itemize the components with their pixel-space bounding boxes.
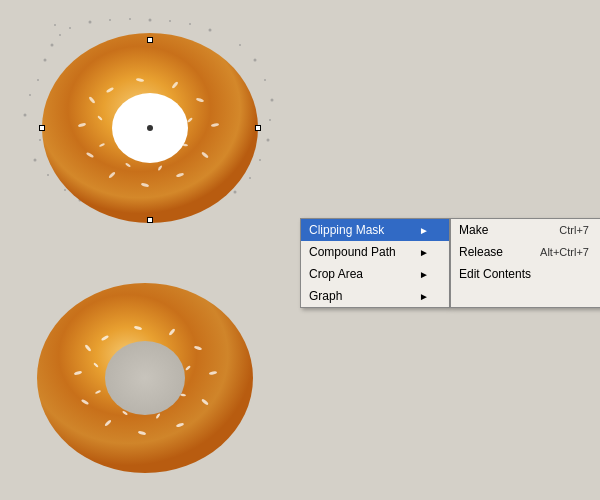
submenu-arrow-graph: ► — [419, 291, 429, 302]
submenu-arrow-compound: ► — [419, 247, 429, 258]
menu-item-edit-contents[interactable]: Edit Contents — [451, 263, 600, 285]
handle-right-center — [255, 125, 261, 131]
svg-point-15 — [271, 99, 274, 102]
menu-item-clipping-mask[interactable]: Clipping Mask ► — [301, 219, 449, 241]
submenu-arrow-clipping: ► — [419, 225, 429, 236]
handle-bottom-center — [147, 217, 153, 223]
handle-left-center — [39, 125, 45, 131]
donut-bottom — [30, 270, 250, 490]
context-menu-primary: Clipping Mask ► Compound Path ► Crop Are… — [300, 218, 450, 308]
canvas-area: Clipping Mask ► Compound Path ► Crop Are… — [0, 0, 600, 500]
menu-item-make[interactable]: Make Ctrl+7 — [451, 219, 600, 241]
submenu-arrow-crop: ► — [419, 269, 429, 280]
donut-top-svg — [30, 20, 270, 240]
menu-item-compound-path[interactable]: Compound Path ► — [301, 241, 449, 263]
svg-point-5 — [24, 114, 27, 117]
donut-top — [30, 20, 230, 220]
svg-point-59 — [147, 125, 153, 131]
donut-bottom-svg — [30, 270, 260, 485]
menu-item-crop-area[interactable]: Crop Area ► — [301, 263, 449, 285]
menu-item-release[interactable]: Release Alt+Ctrl+7 — [451, 241, 600, 263]
context-menu: Clipping Mask ► Compound Path ► Crop Are… — [300, 218, 600, 308]
context-menu-secondary: Make Ctrl+7 Release Alt+Ctrl+7 Edit Cont… — [450, 218, 600, 308]
handle-top-center — [147, 37, 153, 43]
svg-point-83 — [105, 341, 185, 415]
menu-item-graph[interactable]: Graph ► — [301, 285, 449, 307]
